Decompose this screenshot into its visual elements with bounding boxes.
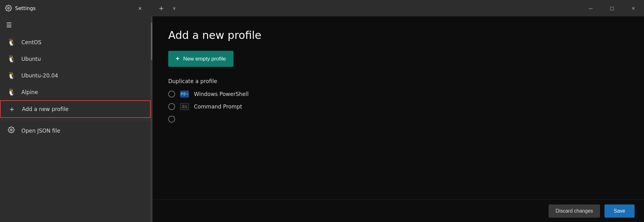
new-empty-profile-label: New empty profile bbox=[183, 56, 226, 62]
save-button[interactable]: Save bbox=[604, 204, 635, 218]
new-empty-profile-button[interactable]: + New empty profile bbox=[168, 51, 233, 67]
sidebar-item-ubuntu[interactable]: 🐧 Ubuntu bbox=[0, 50, 151, 67]
cmd-icon: C:\ bbox=[180, 103, 189, 110]
titlebar-title: Settings bbox=[15, 5, 36, 11]
sidebar-item-ubuntu2004[interactable]: 🐧 Ubuntu-20.04 bbox=[0, 67, 151, 84]
ubuntu-icon: 🐧 bbox=[7, 55, 16, 63]
sidebar-item-centos[interactable]: 🐧 CentOS bbox=[0, 34, 151, 50]
radio-powershell[interactable] bbox=[168, 91, 175, 98]
titlebar: Settings × + ∨ — □ × bbox=[0, 0, 644, 16]
duplicate-label: Duplicate a profile bbox=[168, 78, 628, 84]
sidebar: ☰ 🐧 CentOS 🐧 Ubuntu 🐧 Ubuntu-20.04 🐧 Alp… bbox=[0, 16, 151, 222]
cmd-name: Command Prompt bbox=[194, 103, 242, 110]
bottom-bar: Discard changes Save bbox=[153, 199, 644, 222]
sidebar-item-open-json[interactable]: Open JSON file bbox=[0, 122, 151, 139]
json-gear-icon bbox=[7, 126, 16, 135]
scroll-thumb bbox=[151, 23, 152, 60]
sidebar-item-alpine[interactable]: 🐧 Alpine bbox=[0, 84, 151, 100]
new-tab-button[interactable]: + bbox=[156, 3, 167, 14]
window: Settings × + ∨ — □ × ☰ 🐧 CentOS 🐧 Ubuntu bbox=[0, 0, 644, 222]
titlebar-left: Settings × bbox=[0, 3, 151, 14]
minimize-button[interactable]: — bbox=[580, 0, 601, 16]
discard-changes-button[interactable]: Discard changes bbox=[549, 204, 600, 218]
profile-option-powershell[interactable]: PS Windows PowerShell bbox=[168, 91, 628, 98]
profile-option-partial[interactable] bbox=[168, 116, 628, 123]
powershell-icon: PS bbox=[180, 91, 189, 98]
alpine-icon: 🐧 bbox=[7, 88, 16, 96]
svg-point-0 bbox=[8, 7, 9, 9]
ubuntu2004-icon: 🐧 bbox=[7, 71, 16, 79]
radio-partial[interactable] bbox=[168, 116, 175, 123]
centos-icon: 🐧 bbox=[7, 38, 16, 46]
titlebar-tab-close[interactable]: × bbox=[134, 3, 146, 14]
profile-option-cmd[interactable]: C:\ Command Prompt bbox=[168, 103, 628, 110]
main-area: ☰ 🐧 CentOS 🐧 Ubuntu 🐧 Ubuntu-20.04 🐧 Alp… bbox=[0, 16, 644, 222]
radio-cmd[interactable] bbox=[168, 103, 175, 110]
sidebar-divider bbox=[0, 120, 151, 120]
sidebar-item-add-profile[interactable]: + Add a new profile bbox=[0, 100, 151, 118]
sidebar-label-centos: CentOS bbox=[21, 39, 41, 45]
svg-point-1 bbox=[10, 129, 12, 131]
tab-dropdown-button[interactable]: ∨ bbox=[169, 3, 179, 14]
maximize-button[interactable]: □ bbox=[601, 0, 623, 16]
gear-icon bbox=[5, 5, 12, 12]
new-profile-plus-icon: + bbox=[176, 55, 180, 62]
sidebar-label-add-profile: Add a new profile bbox=[22, 106, 68, 112]
sidebar-label-json: Open JSON file bbox=[21, 128, 60, 134]
window-controls: — □ × bbox=[580, 0, 644, 16]
powershell-name: Windows PowerShell bbox=[194, 91, 249, 97]
close-button[interactable]: × bbox=[623, 0, 644, 16]
sidebar-label-ubuntu2004: Ubuntu-20.04 bbox=[21, 72, 58, 79]
titlebar-tab-area: + ∨ bbox=[151, 3, 580, 14]
sidebar-label-alpine: Alpine bbox=[21, 89, 38, 95]
sidebar-label-ubuntu: Ubuntu bbox=[21, 56, 41, 62]
page-title: Add a new profile bbox=[168, 29, 628, 41]
content-area: Add a new profile + New empty profile Du… bbox=[153, 16, 644, 222]
add-profile-icon: + bbox=[8, 105, 16, 113]
sidebar-menu-icon[interactable]: ☰ bbox=[0, 16, 151, 34]
